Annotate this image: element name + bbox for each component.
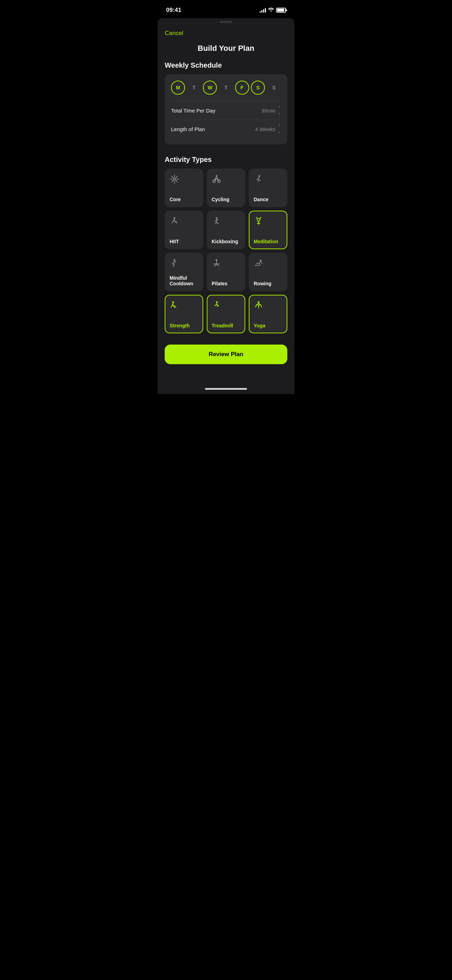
activity-card-cycling[interactable]: Cycling [207, 169, 245, 207]
svg-point-8 [260, 260, 262, 261]
day-thursday[interactable]: T [219, 81, 233, 95]
core-icon [170, 174, 198, 186]
activity-card-treadmill[interactable]: Treadmill [207, 295, 245, 333]
nav-bar: Cancel [165, 23, 287, 41]
activity-card-mindful-cooldown[interactable]: Mindful Cooldown [165, 253, 203, 291]
day-saturday[interactable]: S [251, 81, 265, 95]
days-row: M T W T F S S [171, 81, 281, 95]
day-wednesday[interactable]: W [203, 81, 217, 95]
status-icons [259, 7, 286, 13]
core-label: Core [170, 197, 198, 202]
schedule-card: M T W T F S S Total Time Per Day 30min ⌃… [165, 74, 287, 145]
length-value: 4 Weeks ⌃⌄ [255, 124, 281, 134]
activity-card-rowing[interactable]: Rowing [249, 253, 287, 291]
activity-card-core[interactable]: Core [165, 169, 203, 207]
dance-icon [254, 174, 282, 186]
activity-grid: Core Cycling Da [165, 169, 287, 333]
svg-point-7 [216, 259, 218, 261]
dance-label: Dance [254, 197, 282, 202]
status-bar: 09:41 [158, 0, 294, 18]
meditation-icon [254, 216, 282, 228]
svg-point-6 [174, 259, 175, 261]
home-bar [205, 388, 247, 390]
wifi-icon [268, 7, 274, 13]
treadmill-label: Treadmill [212, 323, 240, 328]
day-monday[interactable]: M [171, 81, 185, 95]
length-of-plan-row[interactable]: Length of Plan 4 Weeks ⌃⌄ [171, 119, 281, 138]
yoga-label: Yoga [254, 323, 282, 328]
total-time-label: Total Time Per Day [171, 108, 215, 114]
page-title: Build Your Plan [165, 41, 287, 61]
svg-point-0 [173, 178, 175, 180]
activity-card-dance[interactable]: Dance [249, 169, 287, 207]
length-label: Length of Plan [171, 126, 205, 132]
pilates-label: Pilates [212, 281, 240, 286]
sheet-handle [220, 21, 232, 23]
signal-icon [259, 8, 266, 13]
activity-card-pilates[interactable]: Pilates [207, 253, 245, 291]
strength-icon [170, 301, 198, 312]
mindful-cooldown-label: Mindful Cooldown [170, 275, 198, 286]
activity-card-kickboxing[interactable]: Kickboxing [207, 211, 245, 249]
svg-point-11 [258, 301, 259, 303]
activity-card-hiit[interactable]: HIIT [165, 211, 203, 249]
cancel-button[interactable]: Cancel [165, 29, 183, 38]
total-time-value: 30min ⌃⌄ [261, 105, 281, 115]
meditation-label: Meditation [254, 239, 282, 244]
total-time-chevron-icon: ⌃⌄ [277, 105, 281, 115]
svg-point-3 [259, 175, 260, 177]
activity-card-meditation[interactable]: Meditation [249, 211, 287, 249]
day-friday[interactable]: F [235, 81, 249, 95]
svg-point-4 [174, 217, 175, 219]
svg-point-10 [216, 301, 218, 303]
kickboxing-label: Kickboxing [212, 239, 240, 244]
cycling-icon [212, 174, 240, 186]
status-time: 09:41 [166, 7, 181, 14]
total-time-row[interactable]: Total Time Per Day 30min ⌃⌄ [171, 101, 281, 119]
day-sunday[interactable]: S [267, 81, 281, 95]
review-plan-button[interactable]: Review Plan [165, 345, 287, 364]
activity-card-yoga[interactable]: Yoga [249, 295, 287, 333]
treadmill-icon [212, 301, 240, 312]
home-indicator [158, 385, 294, 394]
strength-label: Strength [170, 323, 198, 328]
yoga-icon [254, 301, 282, 312]
activity-types-title: Activity Types [165, 156, 287, 164]
cycling-label: Cycling [212, 197, 240, 202]
rowing-label: Rowing [254, 281, 282, 286]
activity-card-strength[interactable]: Strength [165, 295, 203, 333]
svg-point-9 [172, 301, 174, 303]
main-content: Cancel Build Your Plan Weekly Schedule M… [158, 23, 294, 385]
length-chevron-icon: ⌃⌄ [277, 124, 281, 134]
pilates-icon [212, 258, 240, 270]
mindful-cooldown-icon [170, 258, 198, 270]
kickboxing-icon [212, 216, 240, 228]
battery-icon [276, 8, 286, 13]
rowing-icon [254, 258, 282, 270]
hiit-icon [170, 216, 198, 228]
weekly-schedule-title: Weekly Schedule [165, 61, 287, 69]
sheet-handle-area [158, 18, 294, 23]
svg-point-5 [216, 217, 218, 219]
hiit-label: HIIT [170, 239, 198, 244]
day-tuesday[interactable]: T [187, 81, 201, 95]
